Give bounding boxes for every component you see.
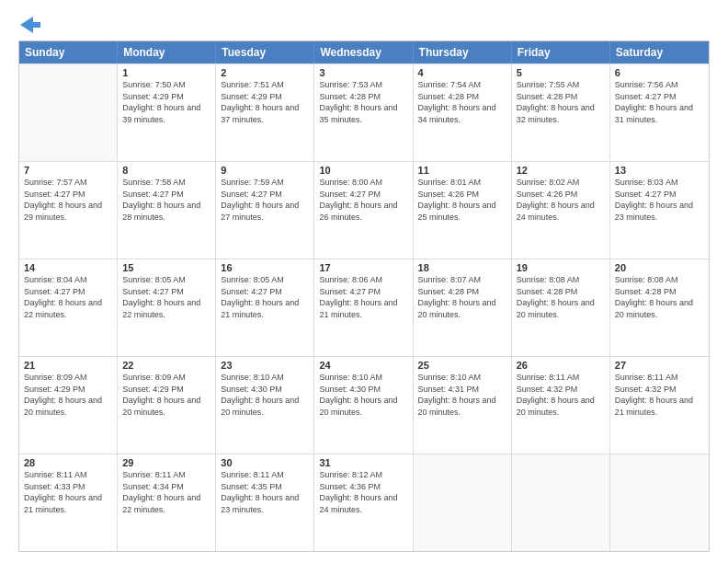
day-number: 24 [319, 360, 407, 371]
calendar-cell: 10Sunrise: 8:00 AMSunset: 4:27 PMDayligh… [314, 162, 413, 259]
day-number: 22 [122, 360, 210, 371]
day-info: Sunrise: 8:11 AMSunset: 4:34 PMDaylight:… [122, 469, 210, 515]
calendar-week-2: 7Sunrise: 7:57 AMSunset: 4:27 PMDaylight… [19, 161, 709, 259]
calendar-cell: 3Sunrise: 7:53 AMSunset: 4:28 PMDaylight… [314, 64, 413, 161]
day-number: 9 [221, 165, 309, 176]
calendar-cell: 30Sunrise: 8:11 AMSunset: 4:35 PMDayligh… [216, 454, 314, 551]
day-info: Sunrise: 7:55 AMSunset: 4:28 PMDaylight:… [517, 79, 605, 125]
calendar-cell: 5Sunrise: 7:55 AMSunset: 4:28 PMDaylight… [512, 64, 610, 161]
calendar-cell: 25Sunrise: 8:10 AMSunset: 4:31 PMDayligh… [414, 357, 512, 454]
day-info: Sunrise: 8:11 AMSunset: 4:32 PMDaylight:… [615, 372, 704, 418]
calendar-cell: 2Sunrise: 7:51 AMSunset: 4:29 PMDaylight… [216, 64, 314, 161]
day-number: 15 [122, 262, 210, 273]
header-day-wednesday: Wednesday [314, 41, 413, 63]
day-info: Sunrise: 7:50 AMSunset: 4:29 PMDaylight:… [122, 79, 210, 125]
day-info: Sunrise: 8:08 AMSunset: 4:28 PMDaylight:… [517, 274, 605, 320]
day-number: 17 [319, 262, 407, 273]
calendar-cell: 23Sunrise: 8:10 AMSunset: 4:30 PMDayligh… [216, 357, 314, 454]
calendar: SundayMondayTuesdayWednesdayThursdayFrid… [18, 40, 710, 552]
calendar-cell: 6Sunrise: 7:56 AMSunset: 4:27 PMDaylight… [610, 64, 709, 161]
day-number: 29 [122, 457, 210, 468]
day-info: Sunrise: 8:10 AMSunset: 4:31 PMDaylight:… [418, 372, 506, 418]
calendar-cell: 24Sunrise: 8:10 AMSunset: 4:30 PMDayligh… [314, 357, 413, 454]
calendar-cell: 26Sunrise: 8:11 AMSunset: 4:32 PMDayligh… [512, 357, 610, 454]
day-number: 23 [221, 360, 309, 371]
calendar-cell: 11Sunrise: 8:01 AMSunset: 4:26 PMDayligh… [414, 162, 512, 259]
day-info: Sunrise: 8:08 AMSunset: 4:28 PMDaylight:… [615, 274, 704, 320]
logo-arrow-icon [20, 17, 40, 33]
day-number: 6 [615, 67, 704, 78]
header [18, 17, 710, 31]
day-number: 26 [517, 360, 605, 371]
day-info: Sunrise: 8:10 AMSunset: 4:30 PMDaylight:… [319, 372, 407, 418]
calendar-cell: 4Sunrise: 7:54 AMSunset: 4:28 PMDaylight… [414, 64, 512, 161]
calendar-cell: 29Sunrise: 8:11 AMSunset: 4:34 PMDayligh… [118, 454, 216, 551]
day-number: 8 [122, 165, 210, 176]
day-number: 30 [221, 457, 309, 468]
day-number: 4 [418, 67, 506, 78]
calendar-cell: 9Sunrise: 7:59 AMSunset: 4:27 PMDaylight… [216, 162, 314, 259]
header-day-sunday: Sunday [19, 41, 118, 63]
day-info: Sunrise: 7:56 AMSunset: 4:27 PMDaylight:… [615, 79, 704, 125]
day-number: 5 [517, 67, 605, 78]
day-number: 10 [319, 165, 407, 176]
day-number: 1 [122, 67, 210, 78]
calendar-cell: 16Sunrise: 8:05 AMSunset: 4:27 PMDayligh… [216, 259, 314, 356]
logo [18, 17, 40, 31]
header-day-thursday: Thursday [414, 41, 512, 63]
svg-marker-0 [20, 17, 40, 33]
day-info: Sunrise: 8:09 AMSunset: 4:29 PMDaylight:… [122, 372, 210, 418]
calendar-cell: 28Sunrise: 8:11 AMSunset: 4:33 PMDayligh… [19, 454, 118, 551]
calendar-cell: 17Sunrise: 8:06 AMSunset: 4:27 PMDayligh… [314, 259, 413, 356]
calendar-cell: 19Sunrise: 8:08 AMSunset: 4:28 PMDayligh… [512, 259, 610, 356]
calendar-cell: 31Sunrise: 8:12 AMSunset: 4:36 PMDayligh… [314, 454, 413, 551]
calendar-cell: 12Sunrise: 8:02 AMSunset: 4:26 PMDayligh… [512, 162, 610, 259]
calendar-cell: 15Sunrise: 8:05 AMSunset: 4:27 PMDayligh… [118, 259, 216, 356]
day-number: 13 [615, 165, 704, 176]
header-day-monday: Monday [118, 41, 216, 63]
calendar-cell: 22Sunrise: 8:09 AMSunset: 4:29 PMDayligh… [118, 357, 216, 454]
header-day-saturday: Saturday [610, 41, 709, 63]
day-number: 16 [221, 262, 309, 273]
day-info: Sunrise: 8:05 AMSunset: 4:27 PMDaylight:… [122, 274, 210, 320]
day-number: 19 [517, 262, 605, 273]
calendar-week-1: 1Sunrise: 7:50 AMSunset: 4:29 PMDaylight… [19, 63, 709, 161]
day-number: 25 [418, 360, 506, 371]
day-info: Sunrise: 8:01 AMSunset: 4:26 PMDaylight:… [418, 177, 506, 223]
calendar-week-3: 14Sunrise: 8:04 AMSunset: 4:27 PMDayligh… [19, 259, 709, 356]
day-info: Sunrise: 7:59 AMSunset: 4:27 PMDaylight:… [221, 177, 309, 223]
day-info: Sunrise: 8:02 AMSunset: 4:26 PMDaylight:… [517, 177, 605, 223]
day-info: Sunrise: 8:03 AMSunset: 4:27 PMDaylight:… [615, 177, 704, 223]
calendar-week-4: 21Sunrise: 8:09 AMSunset: 4:29 PMDayligh… [19, 356, 709, 454]
day-number: 31 [319, 457, 407, 468]
calendar-cell [414, 454, 512, 551]
day-info: Sunrise: 8:11 AMSunset: 4:32 PMDaylight:… [517, 372, 605, 418]
calendar-header: SundayMondayTuesdayWednesdayThursdayFrid… [19, 41, 709, 63]
calendar-cell: 20Sunrise: 8:08 AMSunset: 4:28 PMDayligh… [610, 259, 709, 356]
calendar-cell: 27Sunrise: 8:11 AMSunset: 4:32 PMDayligh… [610, 357, 709, 454]
day-number: 2 [221, 67, 309, 78]
day-info: Sunrise: 8:09 AMSunset: 4:29 PMDaylight:… [24, 372, 112, 418]
day-number: 18 [418, 262, 506, 273]
day-number: 11 [418, 165, 506, 176]
calendar-cell: 8Sunrise: 7:58 AMSunset: 4:27 PMDaylight… [118, 162, 216, 259]
calendar-cell: 18Sunrise: 8:07 AMSunset: 4:28 PMDayligh… [414, 259, 512, 356]
day-number: 28 [24, 457, 112, 468]
day-number: 3 [319, 67, 407, 78]
day-number: 12 [517, 165, 605, 176]
day-info: Sunrise: 7:54 AMSunset: 4:28 PMDaylight:… [418, 79, 506, 125]
day-number: 7 [24, 165, 112, 176]
calendar-cell [512, 454, 610, 551]
calendar-body: 1Sunrise: 7:50 AMSunset: 4:29 PMDaylight… [19, 63, 709, 551]
day-number: 20 [615, 262, 704, 273]
header-day-friday: Friday [512, 41, 610, 63]
day-info: Sunrise: 8:07 AMSunset: 4:28 PMDaylight:… [418, 274, 506, 320]
day-info: Sunrise: 8:04 AMSunset: 4:27 PMDaylight:… [24, 274, 112, 320]
calendar-cell [610, 454, 709, 551]
day-info: Sunrise: 7:58 AMSunset: 4:27 PMDaylight:… [122, 177, 210, 223]
calendar-week-5: 28Sunrise: 8:11 AMSunset: 4:33 PMDayligh… [19, 454, 709, 551]
calendar-cell: 7Sunrise: 7:57 AMSunset: 4:27 PMDaylight… [19, 162, 118, 259]
calendar-cell: 1Sunrise: 7:50 AMSunset: 4:29 PMDaylight… [118, 64, 216, 161]
day-number: 14 [24, 262, 112, 273]
calendar-cell: 14Sunrise: 8:04 AMSunset: 4:27 PMDayligh… [19, 259, 118, 356]
